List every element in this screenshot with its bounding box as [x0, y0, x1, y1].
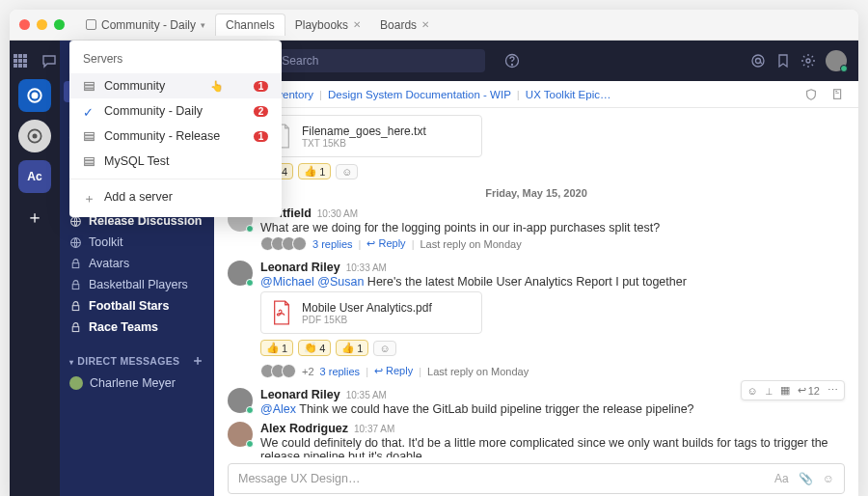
emoji-button[interactable]: ☺ — [823, 472, 834, 485]
shield-icon[interactable] — [804, 88, 818, 101]
reactions: 👍1 👏4 👍1 ☺ — [260, 340, 845, 356]
message-hover-actions: ☺ ⟂ ▦ ↩ 12 ⋯ — [741, 380, 845, 400]
sidebar-channel[interactable]: Basketball Players — [60, 274, 214, 295]
header-link[interactable]: Design System Documentation - WIP — [328, 89, 511, 100]
grid-action[interactable]: ▦ — [780, 384, 790, 397]
tab-playbooks[interactable]: Playbooks✕ — [285, 14, 370, 36]
svg-rect-4 — [85, 135, 95, 137]
sidebar-channel[interactable]: Race Teams — [60, 317, 214, 338]
sidebar-channel[interactable]: Football Stars — [60, 295, 214, 317]
add-server[interactable]: ＋ Add a server — [69, 184, 282, 209]
pdf-icon — [271, 299, 292, 326]
chat-icon[interactable] — [41, 53, 57, 69]
lock-icon — [69, 258, 82, 270]
thread-summary[interactable]: +2 3 replies| ↩ Reply| Last reply on Mon… — [260, 364, 845, 378]
gear-icon[interactable] — [800, 53, 816, 69]
avatar[interactable] — [228, 261, 253, 286]
svg-rect-9 — [14, 54, 17, 58]
workspace-dropdown[interactable]: Community - Daily ▾ — [76, 14, 215, 36]
svg-rect-17 — [23, 64, 27, 68]
composer-placeholder: Message UX Design… — [238, 472, 765, 485]
logo-icon — [25, 86, 44, 105]
mentions-icon[interactable] — [750, 53, 766, 69]
server-item-community[interactable]: Community 👆 1 — [69, 73, 282, 98]
chevron-down-icon: ▾ — [69, 358, 73, 367]
avatar[interactable] — [228, 388, 253, 413]
avatar — [69, 376, 83, 390]
user-avatar[interactable] — [826, 50, 847, 71]
avatar[interactable] — [228, 422, 253, 447]
svg-rect-14 — [23, 59, 27, 63]
bookmark-action[interactable]: ⟂ — [766, 385, 773, 397]
sidebar-channel[interactable]: Avatars — [60, 253, 214, 274]
search-placeholder: Search — [282, 54, 318, 68]
svg-rect-29 — [72, 284, 79, 289]
workspace-name: Community - Daily — [101, 18, 196, 32]
svg-rect-6 — [85, 157, 95, 159]
reaction[interactable]: 👍1 — [336, 340, 368, 356]
server-icon — [83, 80, 95, 93]
svg-rect-7 — [85, 160, 95, 162]
close-window[interactable] — [19, 19, 30, 30]
thread-summary[interactable]: 3 replies| ↩ Reply| Last reply on Monday — [260, 236, 845, 251]
svg-point-37 — [806, 59, 810, 63]
tab-boards[interactable]: Boards✕ — [370, 14, 439, 36]
help-icon[interactable] — [504, 53, 520, 69]
close-icon[interactable]: ✕ — [353, 19, 361, 30]
add-server-rail[interactable]: ＋ — [18, 201, 51, 234]
close-icon[interactable]: ✕ — [421, 19, 429, 30]
reply-action[interactable]: ↩ 12 — [798, 384, 820, 397]
server-rail: Ac ＋ — [10, 41, 60, 496]
check-icon: ✓ — [83, 105, 95, 118]
svg-point-35 — [752, 55, 764, 67]
dms-header[interactable]: ▾DIRECT MESSAGES＋ — [60, 349, 214, 372]
add-dm[interactable]: ＋ — [191, 352, 204, 370]
message-list: Filename_goes_here.txtTXT 15KB 👍4 👍1 ☺ F… — [214, 108, 858, 457]
servers-dropdown: Servers Community 👆 1 ✓ Community - Dail… — [69, 41, 282, 217]
maximize-window[interactable] — [54, 19, 65, 30]
message: Whitfield10:30 AM What are we doing for … — [228, 207, 845, 234]
grid-icon[interactable] — [13, 53, 28, 69]
message-composer[interactable]: Message UX Design… Aa 📎 ☺ — [228, 463, 845, 494]
badge: 2 — [254, 106, 268, 117]
rail-server-3[interactable]: Ac — [18, 160, 51, 193]
lock-icon — [69, 279, 82, 291]
saved-icon[interactable] — [775, 53, 791, 69]
reaction[interactable]: 👏4 — [298, 340, 331, 356]
more-action[interactable]: ⋯ — [827, 384, 838, 397]
dropdown-title: Servers — [69, 48, 282, 73]
badge: 1 — [254, 131, 268, 142]
file-attachment[interactable]: Mobile User Analytics.pdfPDF 15KB — [260, 291, 482, 334]
server-item-mysql-test[interactable]: MySQL Test — [69, 149, 282, 174]
add-reaction[interactable]: ☺ — [373, 341, 395, 356]
reaction[interactable]: 👍1 — [260, 340, 293, 356]
add-reaction[interactable]: ☺ — [336, 164, 358, 179]
svg-rect-0 — [85, 82, 95, 84]
react-action[interactable]: ☺ — [747, 385, 758, 397]
svg-rect-1 — [85, 85, 95, 87]
search-input[interactable]: Search — [254, 49, 484, 72]
message: Leonard Riley10:35 AM @Alex Think we cou… — [228, 388, 845, 416]
tab-channels[interactable]: Channels — [215, 14, 285, 36]
rail-server-1[interactable] — [18, 79, 51, 112]
svg-rect-8 — [85, 163, 95, 165]
sidebar-channel[interactable]: Toolkit — [60, 232, 214, 253]
server-item-community-release[interactable]: Community - Release 1 — [69, 124, 282, 149]
server-item-community-daily[interactable]: ✓ Community - Daily 2 — [69, 98, 282, 124]
rail-server-2[interactable] — [18, 120, 51, 152]
attach-button[interactable]: 📎 — [799, 472, 813, 485]
svg-rect-12 — [14, 59, 17, 63]
reaction[interactable]: 👍1 — [298, 163, 331, 179]
svg-point-21 — [33, 134, 38, 139]
svg-rect-5 — [85, 138, 95, 140]
svg-rect-2 — [85, 88, 95, 90]
server-icon — [86, 19, 96, 30]
logo-icon — [25, 126, 44, 146]
files-icon[interactable] — [831, 88, 845, 101]
format-button[interactable]: Aa — [774, 472, 789, 485]
header-link[interactable]: UX Toolkit Epic… — [526, 89, 611, 100]
file-attachment[interactable]: Filename_goes_here.txtTXT 15KB — [260, 115, 482, 157]
minimize-window[interactable] — [37, 19, 47, 30]
dm-item[interactable]: Charlene Meyer — [60, 372, 214, 394]
svg-rect-28 — [72, 262, 79, 267]
